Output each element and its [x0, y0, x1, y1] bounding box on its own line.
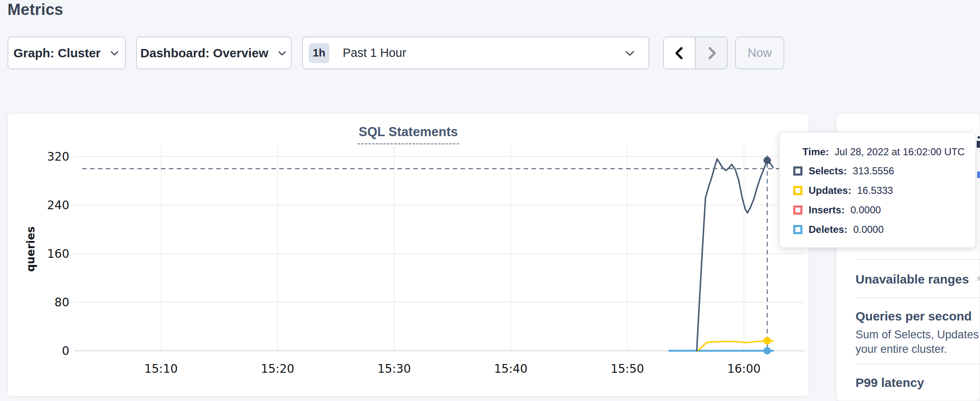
- time-range-selector[interactable]: 1h Past 1 Hour: [302, 37, 649, 69]
- chevron-down-icon: [624, 47, 636, 59]
- tooltip-row-value: 16.5333: [857, 185, 893, 196]
- graph-dropdown-label: Graph: Cluster: [13, 46, 100, 60]
- tooltip-row-label: Deletes:: [809, 224, 847, 235]
- tooltip-row-value: 0.0000: [853, 224, 883, 235]
- inserts-series-swatch-icon: [793, 205, 802, 215]
- chevron-left-icon: [672, 46, 687, 61]
- previous-time-button[interactable]: [664, 37, 696, 68]
- sidebar-divider: [856, 297, 980, 298]
- sidebar-stat-p99-latency: P99 latency: [856, 376, 924, 390]
- tooltip-row-label: Inserts:: [809, 204, 845, 216]
- sidebar-stat-unavailable-ranges: Unavailable ranges: [856, 272, 969, 286]
- time-range-label: Past 1 Hour: [343, 46, 406, 60]
- sidebar-stat-description-line: Sum of Selects, Updates, Inser: [856, 328, 980, 341]
- tooltip-row-label: Updates:: [809, 185, 851, 196]
- tooltip-time-label: Time:: [802, 146, 829, 157]
- sidebar-stat-description-line: your entire cluster.: [856, 343, 947, 356]
- clipped-content-fragment: [978, 276, 980, 281]
- tooltip-row-value: 0.0000: [851, 204, 881, 216]
- dashboard-dropdown-label: Dashboard: Overview: [140, 46, 268, 60]
- time-step-arrows: [663, 37, 728, 69]
- clipped-content-fragment: [977, 171, 980, 178]
- page-title: Metrics: [7, 0, 63, 20]
- tooltip-time-row: Time:Jul 28, 2022 at 16:02:00 UTC: [802, 146, 965, 158]
- sidebar-stat-queries-per-second: Queries per second: [856, 309, 972, 323]
- time-range-badge: 1h: [309, 43, 329, 63]
- tooltip-row-deletes: Deletes: 0.0000: [793, 225, 894, 235]
- sidebar-divider: [856, 259, 980, 260]
- selects-series-swatch-icon: [793, 166, 802, 176]
- metrics-page: Metrics Graph: Cluster Dashboard: Overvi…: [0, 0, 980, 401]
- updates-series-swatch-icon: [793, 186, 802, 195]
- tooltip-time-value: Jul 28, 2022 at 16:02:00 UTC: [835, 146, 965, 157]
- tooltip-row-value: 313.5556: [853, 165, 894, 177]
- sidebar-divider: [856, 364, 980, 364]
- chevron-down-icon: [109, 48, 120, 59]
- graph-dropdown[interactable]: Graph: Cluster: [7, 37, 126, 69]
- sql-statements-panel: [7, 113, 809, 396]
- tooltip-series-rows: Selects: 313.5556 Updates: 16.5333 Inser…: [793, 166, 894, 235]
- deletes-series-swatch-icon: [793, 225, 802, 234]
- chart-title[interactable]: SQL Statements: [358, 125, 459, 144]
- chevron-right-icon: [704, 46, 719, 61]
- tooltip-row-inserts: Inserts: 0.0000: [793, 205, 894, 215]
- clipped-content-fragment: [977, 141, 980, 148]
- tooltip-row-selects: Selects: 313.5556: [793, 166, 894, 176]
- now-button[interactable]: Now: [735, 37, 784, 69]
- tooltip-row-updates: Updates: 16.5333: [793, 186, 894, 196]
- next-time-button[interactable]: [696, 37, 727, 68]
- tooltip-row-label: Selects:: [809, 165, 847, 177]
- clipped-content-fragment: [978, 136, 980, 139]
- chart-hover-tooltip: Time:Jul 28, 2022 at 16:02:00 UTC Select…: [779, 132, 976, 248]
- dashboard-dropdown[interactable]: Dashboard: Overview: [136, 37, 292, 69]
- chevron-down-icon: [277, 48, 288, 59]
